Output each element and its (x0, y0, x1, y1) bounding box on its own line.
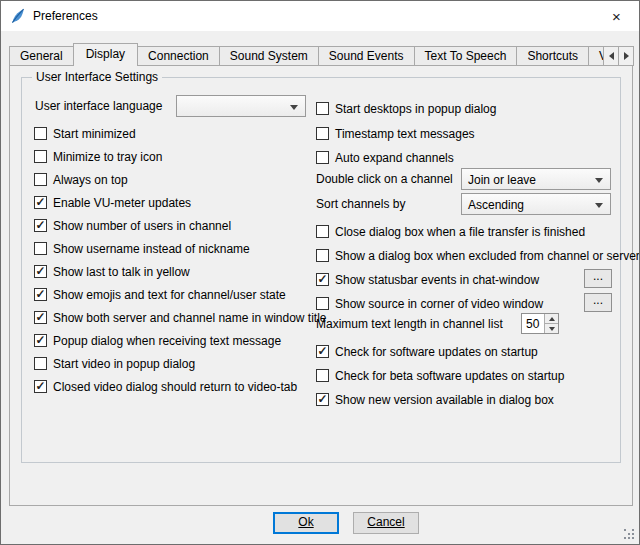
checkbox-label: Check for beta software updates on start… (335, 369, 564, 383)
tab-bar: General Display Connection Sound System … (9, 43, 633, 66)
checkbox-label: Closed video dialog should return to vid… (53, 380, 297, 394)
checkbox[interactable] (316, 249, 329, 262)
checkbox-row-excluded-dialog[interactable]: Show a dialog box when excluded from cha… (316, 248, 640, 263)
checkbox-label: Start minimized (53, 127, 136, 141)
right-arrow-icon (624, 52, 629, 60)
checkbox-label: Show source in corner of video window (335, 297, 543, 311)
checkbox[interactable] (316, 369, 329, 382)
checkbox-row-minimize-tray[interactable]: Minimize to tray icon (34, 149, 162, 164)
checkbox-row-username[interactable]: Show username instead of nickname (34, 241, 250, 256)
checkmark-icon (317, 345, 328, 358)
checkmark-icon (35, 219, 46, 232)
checkbox[interactable] (34, 288, 47, 301)
ok-button[interactable]: Ok (273, 512, 339, 534)
checkbox[interactable] (316, 345, 329, 358)
tab-text-to-speech[interactable]: Text To Speech (414, 46, 518, 65)
checkbox[interactable] (316, 151, 329, 164)
double-click-label: Double click on a channel (316, 171, 453, 187)
checkbox[interactable] (316, 273, 329, 286)
checkbox[interactable] (34, 265, 47, 278)
checkbox-row-close-transfer[interactable]: Close dialog box when a file transfer is… (316, 224, 585, 239)
checkmark-icon (317, 273, 328, 286)
checkbox-row-auto-expand[interactable]: Auto expand channels (316, 150, 454, 165)
video-source-browse-button[interactable]: ... (584, 293, 612, 312)
sort-channels-combobox[interactable]: Ascending (461, 193, 611, 215)
checkbox[interactable] (34, 242, 47, 255)
checkbox[interactable] (316, 393, 329, 406)
tab-shortcuts[interactable]: Shortcuts (516, 46, 589, 65)
dropdown-arrow-icon (595, 203, 603, 208)
checkbox-row-statusbar-events[interactable]: Show statusbar events in chat-window (316, 272, 539, 287)
tab-sound-events[interactable]: Sound Events (318, 46, 415, 65)
checkbox-row-window-title[interactable]: Show both server and channel name in win… (34, 310, 327, 325)
spin-down-icon (549, 327, 555, 331)
group-title: User Interface Settings (32, 70, 162, 84)
checkbox-row-video-popup[interactable]: Start video in popup dialog (34, 356, 195, 371)
tab-scroll-left-button[interactable] (603, 46, 619, 66)
double-click-combobox[interactable]: Join or leave (461, 168, 611, 190)
checkmark-icon (35, 334, 46, 347)
checkbox[interactable] (316, 297, 329, 310)
checkmark-icon (35, 380, 46, 393)
checkbox-row-always-on-top[interactable]: Always on top (34, 172, 128, 187)
checkbox-row-software-updates[interactable]: Check for software updates on startup (316, 344, 538, 359)
checkbox-label: Timestamp text messages (335, 127, 475, 141)
checkbox-label: Show a dialog box when excluded from cha… (335, 249, 640, 263)
spin-up-button[interactable] (545, 314, 558, 323)
checkbox[interactable] (316, 225, 329, 238)
checkbox[interactable] (34, 196, 47, 209)
tab-sound-system[interactable]: Sound System (219, 46, 319, 65)
checkbox[interactable] (34, 127, 47, 140)
spinner-value: 50 (526, 316, 539, 333)
checkbox-row-new-version-dialog[interactable]: Show new version available in dialog box (316, 392, 554, 407)
checkbox-row-video-return[interactable]: Closed video dialog should return to vid… (34, 379, 297, 394)
checkbox[interactable] (34, 334, 47, 347)
checkbox-row-video-source-corner[interactable]: Show source in corner of video window (316, 296, 543, 311)
checkbox-row-user-count[interactable]: Show number of users in channel (34, 218, 231, 233)
checkbox-label: Check for software updates on startup (335, 345, 538, 359)
checkbox-row-vu-meter[interactable]: Enable VU-meter updates (34, 195, 191, 210)
checkbox-row-emojis[interactable]: Show emojis and text for channel/user st… (34, 287, 286, 302)
checkbox[interactable] (34, 219, 47, 232)
resize-grip[interactable] (623, 528, 636, 541)
max-text-length-spinner[interactable]: 50 (521, 313, 559, 334)
tab-connection[interactable]: Connection (137, 46, 220, 65)
checkbox-label: Auto expand channels (335, 151, 454, 165)
tab-scroll-right-button[interactable] (618, 46, 634, 66)
checkbox-row-start-minimized[interactable]: Start minimized (34, 126, 136, 141)
checkbox[interactable] (34, 173, 47, 186)
dropdown-arrow-icon (595, 178, 603, 183)
checkbox-row-timestamp[interactable]: Timestamp text messages (316, 126, 475, 141)
checkbox-label: Show username instead of nickname (53, 242, 250, 256)
tab-display[interactable]: Display (73, 43, 138, 66)
checkbox-label: Popup dialog when receiving text message (53, 334, 281, 348)
preferences-dialog: Preferences × General Display Connection… (0, 0, 640, 545)
combobox-value: Ascending (468, 196, 524, 214)
spin-up-icon (549, 317, 555, 321)
checkbox[interactable] (316, 102, 329, 115)
checkmark-icon (317, 393, 328, 406)
left-arrow-icon (609, 52, 614, 60)
checkbox-row-last-talk[interactable]: Show last to talk in yellow (34, 264, 190, 279)
checkbox[interactable] (34, 311, 47, 324)
language-combobox[interactable] (176, 95, 306, 117)
statusbar-events-browse-button[interactable]: ... (584, 269, 612, 288)
checkbox-row-beta-updates[interactable]: Check for beta software updates on start… (316, 368, 564, 383)
checkbox[interactable] (316, 127, 329, 140)
checkbox[interactable] (34, 150, 47, 163)
cancel-button[interactable]: Cancel (353, 512, 419, 534)
checkbox-label: Close dialog box when a file transfer is… (335, 225, 585, 239)
checkbox-label: Show statusbar events in chat-window (335, 273, 539, 287)
checkbox[interactable] (34, 380, 47, 393)
checkbox[interactable] (34, 357, 47, 370)
close-icon: × (612, 8, 621, 25)
checkmark-icon (35, 311, 46, 324)
combobox-value: Join or leave (468, 171, 536, 189)
titlebar[interactable]: Preferences × (1, 1, 639, 31)
checkbox-row-popup-text[interactable]: Popup dialog when receiving text message (34, 333, 281, 348)
checkbox-row-desktops-popup[interactable]: Start desktops in popup dialog (316, 101, 496, 116)
spin-down-button[interactable] (545, 323, 558, 333)
app-icon (10, 8, 26, 24)
tab-general[interactable]: General (9, 46, 74, 65)
close-button[interactable]: × (594, 1, 639, 31)
